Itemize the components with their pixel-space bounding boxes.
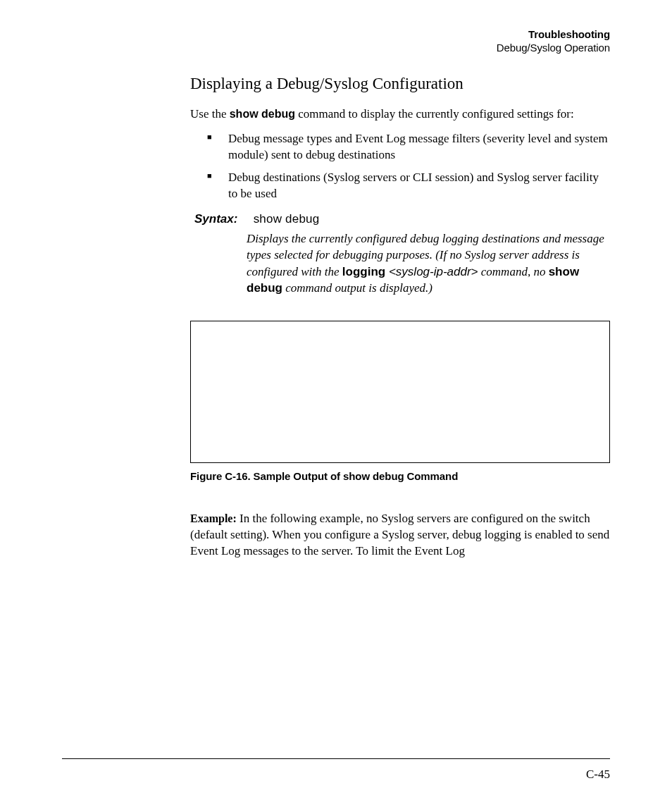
running-header: Troubleshooting Debug/Syslog Operation bbox=[62, 28, 610, 55]
intro-paragraph: Use the show debug command to display th… bbox=[190, 106, 610, 122]
section-title: Displaying a Debug/Syslog Configuration bbox=[190, 75, 610, 93]
intro-pre: Use the bbox=[190, 107, 230, 121]
page-number: C-45 bbox=[586, 768, 610, 782]
intro-command: show debug bbox=[230, 108, 295, 120]
example-paragraph: Example: In the following example, no Sy… bbox=[190, 510, 610, 560]
desc-part3: command output is displayed.) bbox=[282, 281, 433, 295]
header-chapter: Troubleshooting bbox=[62, 28, 610, 42]
example-label: Example: bbox=[190, 512, 237, 524]
example-text: In the following example, no Syslog serv… bbox=[190, 512, 609, 558]
content-column: Displaying a Debug/Syslog Configuration … bbox=[190, 75, 610, 560]
figure-box bbox=[190, 321, 610, 463]
list-item: Debug message types and Event Log messag… bbox=[213, 130, 610, 164]
list-item: Debug destinations (Syslog servers or CL… bbox=[213, 169, 610, 202]
bullet-list: Debug message types and Event Log messag… bbox=[213, 130, 610, 202]
syntax-row: Syntax: show debug bbox=[194, 212, 610, 226]
figure-caption: Figure C-16. Sample Output of show debug… bbox=[190, 470, 610, 482]
desc-arg: <syslog-ip-addr> bbox=[385, 265, 478, 278]
header-section: Debug/Syslog Operation bbox=[62, 42, 610, 55]
footer-rule bbox=[62, 758, 610, 759]
syntax-description: Displays the currently configured debug … bbox=[247, 230, 610, 297]
page: Troubleshooting Debug/Syslog Operation D… bbox=[0, 0, 672, 807]
syntax-label: Syntax: bbox=[194, 212, 237, 226]
syntax-command: show debug bbox=[254, 212, 320, 226]
desc-part2: command, no bbox=[478, 265, 549, 278]
desc-cmd-logging: logging bbox=[342, 265, 385, 278]
intro-post: command to display the currently configu… bbox=[295, 107, 574, 121]
